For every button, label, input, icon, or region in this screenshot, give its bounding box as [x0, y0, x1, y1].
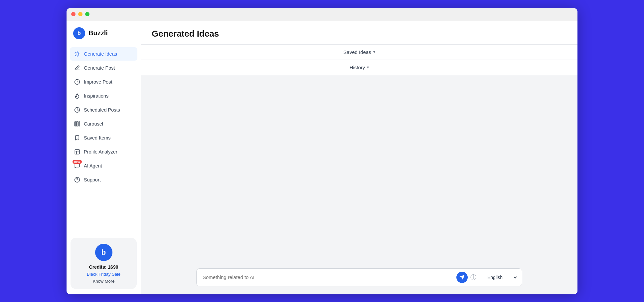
- sidebar-label-carousel: Carousel: [84, 121, 103, 127]
- send-button[interactable]: [456, 272, 468, 283]
- sidebar-label-scheduled-posts: Scheduled Posts: [84, 107, 120, 113]
- improve-post-icon: [74, 79, 80, 85]
- tab-history-label: History: [350, 65, 365, 70]
- generate-ideas-icon: [74, 51, 80, 57]
- sidebar-item-generate-post[interactable]: Generate Post: [70, 61, 137, 75]
- minimize-button[interactable]: [78, 12, 82, 16]
- sidebar-label-profile-analyzer: Profile Analyzer: [84, 149, 117, 154]
- chevron-down-icon-2: ▾: [367, 65, 369, 70]
- sidebar-label-improve-post: Improve Post: [84, 79, 112, 85]
- bottom-bar: ⓘ English Spanish French German Portugue…: [141, 263, 577, 294]
- tab-history[interactable]: History ▾: [141, 60, 577, 75]
- saved-items-icon: [74, 135, 80, 141]
- support-icon: [74, 176, 80, 183]
- send-icon: [459, 274, 465, 280]
- sidebar-item-ai-agent[interactable]: new AI Agent: [70, 159, 137, 172]
- tab-saved-ideas[interactable]: Saved Ideas ▾: [141, 45, 577, 60]
- sidebar-label-inspirations: Inspirations: [84, 93, 108, 99]
- sidebar-item-carousel[interactable]: Carousel: [70, 117, 137, 131]
- sidebar-item-saved-items[interactable]: Saved Items: [70, 131, 137, 145]
- sidebar-item-generate-ideas[interactable]: Generate Ideas: [70, 47, 137, 61]
- new-badge: new: [73, 160, 82, 164]
- app-name: Buzzli: [88, 29, 108, 37]
- sidebar-item-support[interactable]: Support: [70, 173, 137, 186]
- svg-rect-13: [75, 122, 76, 126]
- divider: [481, 273, 481, 282]
- sidebar-item-improve-post[interactable]: Improve Post: [70, 75, 137, 89]
- chevron-down-icon: ▾: [373, 50, 375, 54]
- tab-row: Saved Ideas ▾ History ▾: [141, 45, 577, 75]
- credits-amount: Credits: 1690: [89, 264, 118, 270]
- svg-point-0: [76, 53, 79, 55]
- maximize-button[interactable]: [85, 12, 89, 16]
- sidebar-label-generate-post: Generate Post: [84, 65, 115, 71]
- carousel-icon: [74, 121, 80, 127]
- main-body: [141, 75, 577, 263]
- profile-analyzer-icon: [74, 149, 80, 155]
- logo-icon: b: [73, 27, 85, 39]
- titlebar: [67, 8, 577, 21]
- sidebar-label-saved-items: Saved Items: [84, 135, 111, 141]
- svg-line-3: [75, 52, 76, 52]
- main-header: Generated Ideas: [141, 21, 577, 45]
- input-container: ⓘ English Spanish French German Portugue…: [196, 268, 522, 286]
- generate-post-icon: [74, 65, 80, 71]
- sidebar-item-inspirations[interactable]: Inspirations: [70, 89, 137, 103]
- svg-rect-15: [79, 122, 80, 126]
- nav-list: Generate Ideas Generate Post: [67, 47, 141, 234]
- credits-avatar: b: [95, 244, 112, 261]
- page-title: Generated Ideas: [152, 29, 567, 39]
- tabs-area: Saved Ideas ▾ History ▾: [141, 45, 577, 75]
- main-content: Generated Ideas Saved Ideas ▾ History ▾: [141, 21, 577, 294]
- svg-line-4: [79, 55, 79, 56]
- sidebar-item-profile-analyzer[interactable]: Profile Analyzer: [70, 145, 137, 158]
- sidebar-label-generate-ideas: Generate Ideas: [84, 51, 117, 57]
- topic-input[interactable]: [203, 274, 454, 280]
- credits-sale-text[interactable]: Black Friday Sale: [87, 272, 120, 277]
- sidebar-item-scheduled-posts[interactable]: Scheduled Posts: [70, 103, 137, 117]
- credits-box: b Credits: 1690 Black Friday Sale Know M…: [71, 238, 137, 289]
- svg-rect-14: [77, 122, 78, 126]
- sidebar-label-support: Support: [84, 177, 101, 182]
- inspirations-icon: [74, 93, 80, 99]
- app-window: b Buzzli: [67, 8, 577, 294]
- svg-line-7: [75, 55, 76, 56]
- language-select[interactable]: English Spanish French German Portuguese: [486, 274, 518, 280]
- tab-saved-ideas-label: Saved Ideas: [343, 49, 371, 55]
- scheduled-posts-icon: [74, 107, 80, 113]
- info-icon[interactable]: ⓘ: [470, 273, 476, 281]
- close-button[interactable]: [71, 12, 76, 16]
- sidebar-logo[interactable]: b Buzzli: [67, 21, 141, 47]
- svg-line-8: [79, 52, 79, 52]
- sidebar: b Buzzli: [67, 21, 141, 294]
- svg-rect-16: [75, 150, 80, 154]
- credits-know-more[interactable]: Know More: [93, 279, 115, 284]
- content-area: b Buzzli: [67, 21, 577, 294]
- sidebar-label-ai-agent: AI Agent: [84, 163, 102, 168]
